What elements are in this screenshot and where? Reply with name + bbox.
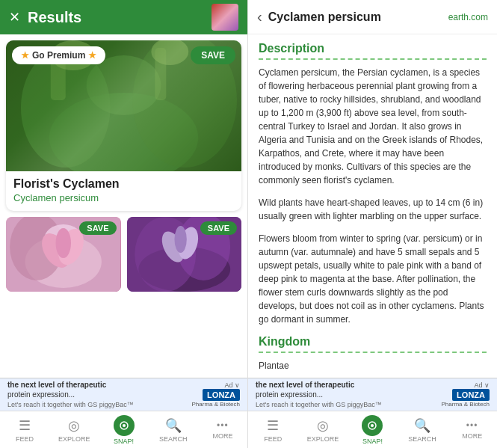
result-thumbnail (212, 4, 238, 31)
snap-icon (114, 415, 135, 436)
star-icon-right: ★ (88, 50, 96, 61)
explore-label: EXPLORE (58, 435, 90, 443)
description-heading: Description (259, 42, 487, 55)
svg-point-26 (371, 424, 374, 427)
kingdom-divider (259, 352, 487, 353)
result-info: Florist's Cyclamen Cyclamen persicum (6, 171, 241, 211)
nav-feed-right[interactable]: ☰ FEED (248, 411, 298, 448)
right-header: ‹ Cyclamen persicum earth.com (248, 0, 497, 34)
result-name: Florist's Cyclamen (13, 177, 234, 191)
description-divider (259, 58, 487, 60)
star-icon: ★ (21, 50, 29, 61)
nav-snap-right[interactable]: SNAP! (348, 411, 398, 448)
more-label-right: MORE (462, 432, 482, 440)
right-content: Description Cyclamen persicum, the Persi… (248, 34, 497, 378)
svg-point-24 (123, 424, 126, 427)
search-label-right: SEARCH (408, 435, 436, 443)
left-header: ✕ Results (0, 0, 247, 34)
close-icon[interactable]: ✕ (9, 9, 20, 25)
left-bottom-nav: ☰ FEED ◎ EXPLORE SNAP! 🔍 SEARCH ••• MORE (0, 411, 247, 448)
search-label: SEARCH (159, 435, 188, 443)
left-content: ★ Go Premium ★ SAVE Florist's Cyclamen C… (0, 34, 247, 378)
small-card-1[interactable]: SAVE (6, 217, 121, 292)
right-ad-sub: Pharma & Biotech (442, 401, 490, 408)
more-label: MORE (212, 432, 232, 440)
right-ad-tag: Ad ∨ (474, 381, 490, 389)
right-ad-logo: LONZA (452, 389, 490, 401)
nav-feed-left[interactable]: ☰ FEED (0, 411, 49, 448)
ad-sub: Pharma & Biotech (192, 401, 240, 408)
description-section: Description Cyclamen persicum, the Persi… (259, 42, 487, 326)
explore-icon: ◎ (68, 417, 80, 434)
snap-icon-right (362, 415, 383, 436)
main-result-card: ★ Go Premium ★ SAVE Florist's Cyclamen C… (6, 40, 241, 211)
nav-explore-left[interactable]: ◎ EXPLORE (49, 411, 99, 448)
right-panel: ‹ Cyclamen persicum earth.com Descriptio… (248, 0, 497, 448)
snap-label-right: SNAP! (362, 438, 383, 445)
left-title: Results (28, 9, 212, 26)
small-save-button-1[interactable]: SAVE (79, 221, 116, 235)
ad-logo: LONZA (203, 389, 240, 401)
snap-label: SNAP! (114, 438, 134, 445)
right-ad-line2: protein expression... (256, 390, 323, 399)
right-ad-line1: the next level of therapeutic (256, 380, 442, 390)
description-text-1: Cyclamen persicum, the Persian cyclamen,… (259, 66, 487, 187)
premium-label: Go Premium (32, 50, 85, 61)
ad-tag: Ad ∨ (224, 381, 240, 389)
go-premium-button[interactable]: ★ Go Premium ★ (12, 46, 105, 64)
ad-line1: the next level of therapeutic (7, 380, 192, 390)
description-text-2: Wild plants have heart-shaped leaves, up… (259, 196, 487, 223)
back-icon[interactable]: ‹ (257, 8, 262, 25)
svg-point-4 (87, 55, 161, 115)
right-ad-tagline: Let's reach it together with GS piggyBac… (256, 401, 382, 408)
source-link[interactable]: earth.com (448, 12, 488, 22)
ad-tagline: Let's reach it together with GS piggyBac… (7, 401, 134, 408)
feed-icon-right: ☰ (267, 417, 279, 434)
feed-label: FEED (16, 435, 34, 443)
left-ad-banner: the next level of therapeutic protein ex… (0, 378, 247, 411)
explore-label-right: EXPLORE (307, 435, 339, 443)
right-ad-text: the next level of therapeutic protein ex… (256, 380, 442, 410)
nav-more-right[interactable]: ••• MORE (447, 411, 497, 448)
right-ad-banner: the next level of therapeutic protein ex… (248, 378, 497, 411)
small-results-row: SAVE SAVE (0, 217, 247, 298)
nav-search-right[interactable]: 🔍 SEARCH (398, 411, 448, 448)
feed-icon: ☰ (19, 417, 31, 434)
kingdom-section: Kingdom Plantae (259, 335, 487, 372)
right-bottom-nav: ☰ FEED ◎ EXPLORE SNAP! 🔍 SEARCH ••• MORE (248, 411, 497, 448)
result-scientific-name: Cyclamen persicum (13, 192, 234, 203)
small-save-button-2[interactable]: SAVE (200, 221, 237, 235)
kingdom-heading: Kingdom (259, 335, 487, 349)
small-card-2[interactable]: SAVE (127, 217, 242, 292)
nav-explore-right[interactable]: ◎ EXPLORE (298, 411, 348, 448)
ad-line2: protein expression... (7, 390, 75, 399)
svg-point-22 (174, 226, 186, 253)
feed-label-right: FEED (264, 435, 282, 443)
more-icon: ••• (217, 420, 229, 431)
ad-right: Ad ∨ LONZA Pharma & Biotech (192, 381, 240, 408)
explore-icon-right: ◎ (317, 417, 329, 434)
more-icon-right: ••• (466, 420, 478, 431)
left-panel: ✕ Results ★ (0, 0, 248, 448)
search-icon: 🔍 (165, 417, 182, 434)
search-icon-right: 🔍 (414, 417, 430, 434)
description-text-3: Flowers bloom from winter to spring (var… (259, 232, 487, 326)
ad-text: the next level of therapeutic protein ex… (7, 380, 192, 410)
main-save-button[interactable]: SAVE (191, 46, 235, 64)
main-result-image: ★ Go Premium ★ SAVE (6, 40, 241, 171)
right-ad-right: Ad ∨ LONZA Pharma & Biotech (442, 381, 490, 408)
svg-point-15 (56, 228, 71, 258)
nav-snap-left[interactable]: SNAP! (99, 411, 148, 448)
nav-more-left[interactable]: ••• MORE (198, 411, 247, 448)
kingdom-value: Plantae (259, 359, 487, 372)
detail-title: Cyclamen persicum (268, 10, 448, 24)
nav-search-left[interactable]: 🔍 SEARCH (149, 411, 198, 448)
